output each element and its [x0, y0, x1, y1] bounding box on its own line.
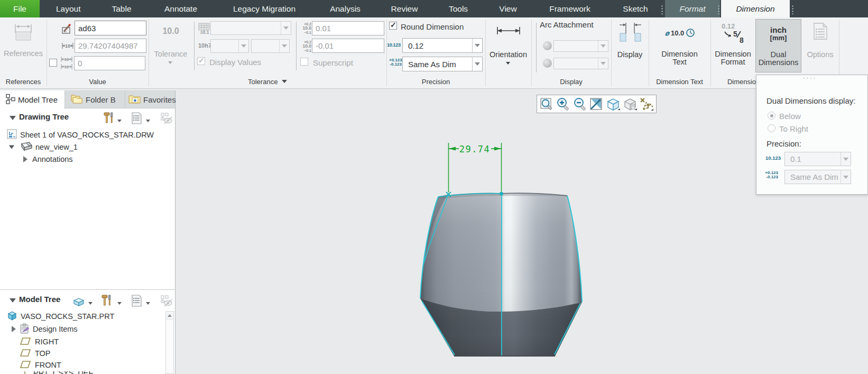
tree-filter-icon[interactable] — [160, 112, 173, 127]
panel-splitter[interactable] — [0, 289, 175, 290]
tree-settings-dropdown-arrow[interactable] — [146, 302, 150, 305]
dim-precision-icon: 10.123 — [387, 43, 401, 48]
superscript-checkbox[interactable] — [300, 58, 308, 66]
model-filter-dropdown-arrow[interactable] — [88, 302, 93, 305]
attachment-dot-marker — [500, 192, 503, 196]
tree-settings-icon[interactable] — [132, 112, 142, 126]
tolerance-grade-combo2[interactable] — [251, 39, 290, 53]
tab-sketch[interactable]: Sketch — [621, 0, 650, 17]
tree-item-design-items[interactable]: Design Items — [12, 324, 78, 334]
zoom-in-icon[interactable] — [556, 97, 570, 112]
tab-layout[interactable]: Layout — [56, 0, 80, 17]
scrollbar-up-button[interactable] — [166, 312, 173, 320]
tab-file[interactable]: File — [0, 0, 40, 17]
display-style-icon[interactable] — [606, 97, 621, 112]
repaint-icon[interactable] — [589, 97, 604, 112]
tolerance-grade-combo[interactable] — [210, 39, 249, 53]
options-icon[interactable] — [814, 23, 827, 40]
tab-legacy-migration[interactable]: Legacy Migration — [231, 0, 298, 17]
arc-attachment-sphere-icon — [543, 41, 552, 50]
tree-item-top-plane[interactable]: TOP — [20, 348, 51, 359]
references-button-label[interactable]: References — [0, 49, 47, 58]
dimension-format-button[interactable]: Dimension Format — [710, 50, 755, 66]
inner-separator — [194, 22, 195, 70]
panel-precision-combo[interactable]: 0.1 — [784, 152, 851, 166]
zoom-fit-icon[interactable] — [539, 97, 554, 112]
radio-to-right[interactable] — [768, 124, 775, 132]
tab-annotate[interactable]: Annotate — [163, 0, 199, 17]
tab-format[interactable]: Format — [665, 0, 720, 17]
model-filter-icon[interactable] — [72, 296, 86, 309]
collapse-icon[interactable] — [10, 298, 16, 303]
dimension-name-field[interactable] — [75, 21, 146, 35]
model-tree-scrollbar[interactable] — [165, 311, 174, 374]
tree-settings-icon[interactable] — [132, 295, 142, 309]
zoom-out-icon[interactable] — [572, 97, 587, 112]
collapse-icon[interactable] — [10, 116, 16, 120]
tolerance-button-label[interactable]: Tolerance — [152, 50, 190, 58]
references-icon[interactable] — [12, 21, 35, 43]
design-items-icon — [20, 323, 30, 335]
upper-tolerance-field[interactable] — [312, 21, 384, 35]
model-vase-body[interactable] — [420, 193, 582, 356]
tab-analysis[interactable]: Analysis — [329, 0, 362, 17]
tree-item-csys[interactable]: PRT_CSYS_DEF — [20, 371, 93, 374]
override-value-field[interactable] — [74, 56, 145, 70]
dimension-value-field[interactable] — [75, 39, 146, 53]
tab-folder-browser[interactable]: Folder B — [66, 90, 125, 108]
display-values-checkbox[interactable]: ✓ — [197, 57, 205, 65]
tab-table[interactable]: Table — [110, 0, 133, 17]
dual-dimensions-button[interactable]: inch [mm] Dual Dimensions — [755, 19, 801, 72]
folder-browser-icon — [70, 93, 83, 106]
svg-text:10.0: 10.0 — [671, 29, 684, 37]
tree-tools-icon[interactable] — [100, 294, 112, 309]
dimension-annotation[interactable]: 29.74 — [446, 143, 503, 197]
inner-separator — [296, 22, 297, 70]
tree-item-part[interactable]: VASO_ROCKS_STAR.PRT — [7, 311, 114, 322]
arc-attachment-combo2[interactable] — [553, 58, 608, 69]
tree-filter-icon[interactable] — [160, 295, 173, 309]
tab-framework[interactable]: Framework — [547, 0, 593, 17]
tree-tools-icon[interactable] — [103, 112, 114, 126]
tab-tools[interactable]: Tools — [447, 0, 470, 17]
tab-model-tree[interactable]: Model Tree — [0, 90, 65, 109]
tree-item-front-plane[interactable]: FRONT — [20, 360, 61, 370]
collapse-icon[interactable] — [9, 145, 14, 149]
tree-item-view[interactable]: new_view_1 — [8, 141, 78, 153]
tree-tools-dropdown-arrow[interactable] — [117, 120, 122, 122]
navigator-panel: Model Tree Folder B — [0, 90, 176, 374]
round-dimension-checkbox[interactable]: ✓ — [389, 22, 397, 30]
saved-views-icon[interactable] — [623, 97, 638, 112]
tree-item-annotations[interactable]: Annotations — [23, 154, 73, 165]
svg-text:10: 10 — [65, 43, 70, 49]
tab-view[interactable]: View — [497, 0, 519, 17]
override-value-checkbox[interactable] — [49, 59, 57, 67]
tol-precision-combo[interactable]: Same As Dim — [402, 57, 483, 71]
expand-icon[interactable] — [12, 326, 16, 332]
dimension-format-icon[interactable]: 0.12 5 8 — [721, 22, 746, 44]
tolerance-table-combo[interactable] — [210, 21, 291, 35]
tree-item-sheet[interactable]: Sheet 1 of VASO_ROCKS_STAR.DRW — [7, 130, 154, 140]
radio-below[interactable] — [768, 112, 775, 120]
dimension-value-text[interactable]: 29.74 — [459, 144, 491, 154]
navigator-tabs: Model Tree Folder B — [0, 90, 175, 108]
dimension-text-icon[interactable]: ⌀ 10.0 — [665, 28, 695, 38]
tolerance-group-label[interactable]: Tolerance — [149, 77, 386, 87]
dimension-text-button[interactable]: Dimension Text — [649, 50, 710, 66]
tree-tools-dropdown-arrow[interactable] — [117, 302, 122, 305]
expand-icon[interactable] — [23, 156, 27, 162]
orientation-label[interactable]: Orientation — [485, 50, 531, 59]
tree-item-right-plane[interactable]: RIGHT — [20, 336, 59, 347]
sheet-icon — [7, 129, 17, 141]
dim-precision-combo[interactable]: 0.12 — [402, 38, 483, 53]
panel-drag-handle[interactable]: ···· — [803, 76, 824, 79]
radio-to-right-label: To Right — [779, 124, 808, 133]
tree-settings-dropdown-arrow[interactable] — [146, 120, 150, 122]
datum-display-icon[interactable] — [639, 97, 654, 112]
lower-tolerance-field[interactable] — [312, 39, 384, 53]
tab-review[interactable]: Review — [390, 0, 419, 17]
panel-tolerance-combo[interactable]: Same As Dim — [784, 170, 851, 184]
tab-dimension[interactable]: Dimension — [721, 0, 790, 17]
tab-favorites[interactable]: Favorites — [125, 90, 175, 108]
arc-attachment-combo1[interactable] — [553, 40, 608, 52]
